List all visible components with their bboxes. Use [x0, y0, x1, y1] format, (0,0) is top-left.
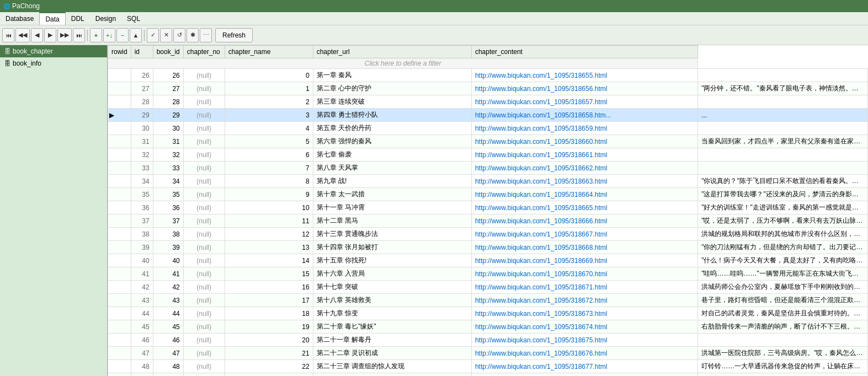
table-row[interactable]: 4242(null)16第十七章 突破http://www.biqukan.co… [108, 281, 868, 294]
table-cell: 洪城药师公会办公室内，夏赫瑶放下手中刚刚收到的文件，有些疲惫的揉了揉太阳穴视。这… [698, 281, 868, 294]
table-cell: 叮铃铃……一大早通讯器传来急促的铃声，让躺在床上就烦乱的陈于飞更加暴躁，使劲的抓… [698, 360, 868, 373]
table-cell: 43 [131, 294, 153, 307]
table-icon-book-info: 🗄 [4, 60, 10, 67]
add-button[interactable]: + [90, 28, 102, 42]
col-header-chapter-url[interactable]: chapter_url [313, 46, 471, 58]
table-row[interactable]: 4747(null)21第二十二章 灵识初成http://www.biqukan… [108, 347, 868, 360]
last-button[interactable]: ⏭ [73, 28, 85, 42]
table-cell: 37 [131, 214, 153, 228]
reload-button[interactable]: ↺ [173, 28, 185, 42]
prev-many-button[interactable]: ◀◀ [15, 28, 30, 42]
col-header-chapter-name[interactable]: chapter_name [225, 46, 313, 58]
next-many-button[interactable]: ▶▶ [57, 28, 72, 42]
table-cell: 37 [153, 214, 183, 228]
table-cell: (null) [183, 188, 225, 201]
table-container[interactable]: rowid id book_id chapter_no chapter_name… [108, 45, 868, 376]
table-cell: http://www.biqukan.com/1_1095/318665.htm… [471, 201, 697, 214]
table-cell: 第二十二章 灵识初成 [313, 347, 471, 360]
table-cell: 22 [225, 360, 313, 373]
up-button[interactable]: ▲ [130, 28, 142, 42]
table-row[interactable]: 4444(null)18第十九章 惊变http://www.biqukan.co… [108, 307, 868, 320]
table-cell: 46 [131, 334, 153, 347]
first-button[interactable]: ⏮ [2, 28, 14, 42]
asterisk-button[interactable]: ✱ [187, 28, 199, 42]
row-indicator [108, 228, 131, 241]
table-row[interactable]: 3636(null)10第十一章 马冲霄http://www.biqukan.c… [108, 201, 868, 214]
table-cell: http://www.biqukan.com/1_1095/318668.htm… [471, 241, 697, 254]
table-row[interactable]: 3838(null)12第十三章 贯通魄步法http://www.biqukan… [108, 228, 868, 241]
table-cell: http://www.biqukan.com/1_1095/318677.htm… [471, 360, 697, 373]
table-row[interactable]: 4040(null)14第十五章 你找死!http://www.biqukan.… [108, 254, 868, 267]
col-header-chapter-no[interactable]: chapter_no [183, 46, 225, 58]
sidebar-item-label-book-info: book_info [13, 60, 41, 67]
row-indicator [108, 347, 131, 360]
filter-placeholder[interactable]: Click here to define a filter [108, 58, 698, 69]
table-cell: 当秦风回到家，才四点半，家里只有父亲秦有道在家。"回来啦，恩，不错，有股子武者气… [698, 135, 868, 148]
menu-sql[interactable]: SQL [121, 12, 146, 25]
menu-ddl[interactable]: DDL [66, 12, 90, 25]
table-row[interactable]: 3131(null)5第六章 强悍的秦风http://www.biqukan.c… [108, 135, 868, 148]
row-indicator [108, 334, 131, 347]
table-row[interactable]: ▶2929(null)3第四章 勇士猎狩小队http://www.biqukan… [108, 109, 868, 122]
col-header-book-id[interactable]: book_id [153, 46, 183, 58]
col-header-id[interactable]: id [131, 46, 153, 58]
table-cell: http://www.biqukan.com/1_1095/318671.htm… [471, 281, 697, 294]
col-header-rowid[interactable]: rowid [108, 46, 131, 58]
table-row[interactable]: 4848(null)22第二十三章 调查组的惊人发现http://www.biq… [108, 360, 868, 373]
table-row[interactable]: 3535(null)9第十章 太一武措http://www.biqukan.co… [108, 188, 868, 201]
table-cell: 3 [225, 109, 313, 122]
prev-button[interactable]: ◀ [31, 28, 43, 42]
table-cell: 41 [131, 267, 153, 281]
row-indicator [108, 281, 131, 294]
table-cell: 38 [153, 228, 183, 241]
table-cell: 32 [131, 148, 153, 162]
table-cell: "哎，还是太弱了，压力不够啊，看来只有去万妖山脉一个办法了！"马冲霄此时有些无奈… [698, 214, 868, 228]
table-row[interactable]: 3333(null)7第八章 天风掌http://www.biqukan.com… [108, 162, 868, 175]
menu-data[interactable]: Data [39, 12, 65, 25]
row-indicator [108, 320, 131, 334]
delete-button[interactable]: − [116, 28, 129, 42]
sidebar-item-book-info[interactable]: 🗄 book_info [0, 57, 107, 69]
table-cell: 第六章 强悍的秦风 [313, 135, 471, 148]
refresh-button[interactable]: Refresh [215, 28, 253, 42]
table-row[interactable]: 4545(null)19第二十章 毒匕"缘妖"http://www.biquka… [108, 320, 868, 334]
table-cell: 第十章 太一武措 [313, 188, 471, 201]
save-button[interactable]: ✓ [147, 28, 159, 42]
table-cell: 48 [153, 360, 183, 373]
table-row[interactable]: 2626(null)0第一章 秦风http://www.biqukan.com/… [108, 69, 868, 82]
table-row[interactable]: 4141(null)15第十六章 入营局http://www.biqukan.c… [108, 267, 868, 281]
table-cell: 26 [153, 69, 183, 82]
table-row[interactable]: 3030(null)4第五章 天价的丹药http://www.biqukan.c… [108, 122, 868, 135]
menu-database[interactable]: Database [0, 12, 39, 25]
table-row[interactable]: 3939(null)13第十四章 张月如被打http://www.biqukan… [108, 241, 868, 254]
row-indicator [108, 241, 131, 254]
table-cell: 42 [153, 281, 183, 294]
sidebar-item-book-chapter[interactable]: 🗄 book_chapter [0, 45, 107, 57]
table-cell: http://www.biqukan.com/1_1095/318670.htm… [471, 267, 697, 281]
table-cell: (null) [183, 281, 225, 294]
menu-design[interactable]: Design [90, 12, 121, 25]
table-cell: 第二十一章 解毒丹 [313, 334, 471, 347]
table-cell: "两分钟，还不错。"秦风看了眼电子表，神情淡然。紧接着便不顾形象的一屁股坐在楼梯… [698, 82, 868, 95]
discard-button[interactable]: ✕ [160, 28, 172, 42]
table-cell: 46 [153, 334, 183, 347]
col-header-chapter-content[interactable]: chapter_content [471, 46, 697, 58]
next-button[interactable]: ▶ [44, 28, 56, 42]
table-row[interactable]: 4646(null)20第二十一章 解毒丹http://www.biqukan.… [108, 334, 868, 347]
table-row[interactable]: 4343(null)17第十八章 英雄救美http://www.biqukan.… [108, 294, 868, 307]
table-row[interactable]: 2828(null)2第三章 连续突破http://www.biqukan.co… [108, 95, 868, 109]
table-row[interactable]: 2727(null)1第二章 心中的守护http://www.biqukan.c… [108, 82, 868, 95]
table-cell: 第二十章 毒匕"缘妖" [313, 320, 471, 334]
table-row[interactable]: 4949(null)23第二十四章 秦风的选择http://www.biquka… [108, 373, 868, 377]
more-button[interactable]: ⋯ [200, 28, 212, 42]
table-cell: 第十五章 你找死! [313, 254, 471, 267]
table-cell: 32 [153, 148, 183, 162]
table-row[interactable]: 3737(null)11第十二章 黑马http://www.biqukan.co… [108, 214, 868, 228]
table-cell: 31 [153, 135, 183, 148]
add-copy-button[interactable]: +↓ [103, 28, 115, 42]
table-row[interactable]: 3232(null)6第七章 偷袭http://www.biqukan.com/… [108, 148, 868, 162]
table-row[interactable]: 3434(null)8第九章 战!http://www.biqukan.com/… [108, 175, 868, 188]
main-layout: 🗄 book_chapter 🗄 book_info rowid id book… [0, 45, 868, 376]
table-cell: 12 [225, 228, 313, 241]
table-cell: 第七章 偷袭 [313, 148, 471, 162]
